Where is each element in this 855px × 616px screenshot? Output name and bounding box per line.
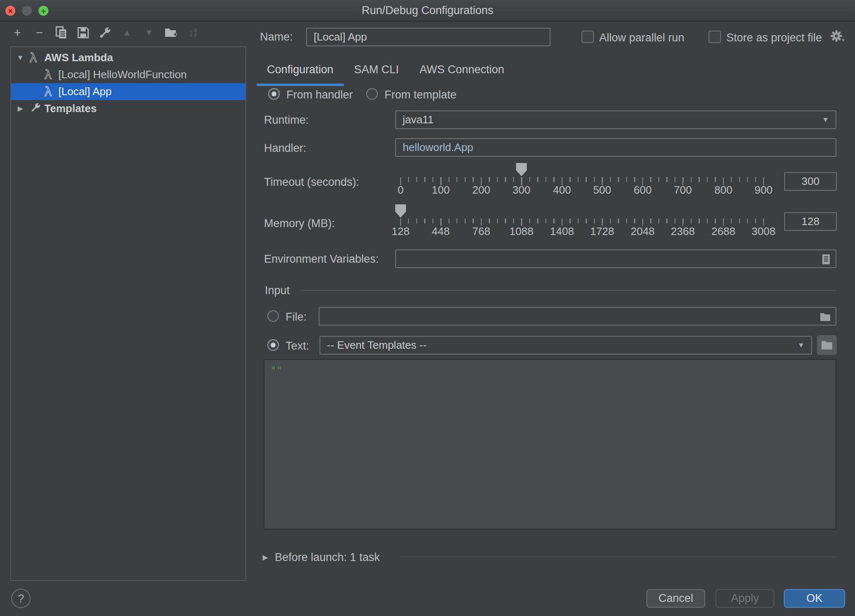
tick-label: 1408 xyxy=(550,225,574,238)
tick-label: 1728 xyxy=(590,225,614,238)
input-text-label[interactable]: Text: xyxy=(286,340,309,352)
before-launch-divider xyxy=(399,556,836,557)
window-title: Run/Debug Configurations xyxy=(362,4,493,17)
timeout-ticks xyxy=(400,177,765,186)
move-down-icon[interactable]: ▼ xyxy=(142,25,156,41)
timeout-value: 300 xyxy=(802,175,819,188)
help-button[interactable]: ? xyxy=(11,589,31,608)
memory-slider-thumb[interactable] xyxy=(395,204,406,218)
collapsed-arrow-icon[interactable]: ▶ xyxy=(16,104,25,113)
event-templates-dropdown[interactable]: -- Event Templates -- ▼ xyxy=(319,336,812,355)
browse-file-folder-icon[interactable] xyxy=(820,312,831,321)
timeout-slider[interactable]: 0 100 200 300 400 500 600 700 800 900 xyxy=(400,164,769,198)
aws-lambda-icon: λ xyxy=(29,51,37,64)
tree-item-aws-lambda[interactable]: ▼ λ AWS Lambda xyxy=(11,49,245,66)
close-window-button[interactable]: ✕ xyxy=(5,6,15,16)
tick-label: 1088 xyxy=(509,225,533,238)
environment-variables-input[interactable] xyxy=(395,249,836,268)
runtime-value: java11 xyxy=(403,113,434,126)
from-template-label[interactable]: From template xyxy=(384,89,456,101)
memory-value: 128 xyxy=(802,215,819,228)
tick-label: 448 xyxy=(432,225,449,238)
apply-button[interactable]: Apply xyxy=(716,589,774,608)
before-launch-section[interactable]: ▶ Before launch: 1 task xyxy=(261,551,380,564)
edit-templates-wrench-icon[interactable] xyxy=(98,25,112,41)
before-launch-label: Before launch: 1 task xyxy=(275,551,380,564)
tab-aws-connection[interactable]: AWS Connection xyxy=(409,58,515,86)
chevron-down-icon: ▼ xyxy=(797,341,805,350)
title-bar[interactable]: ✕ + Run/Debug Configurations xyxy=(0,0,855,22)
handler-input[interactable]: helloworld.App xyxy=(395,138,836,157)
tree-item-label: Templates xyxy=(44,102,97,115)
tick-label: 500 xyxy=(593,184,611,197)
handler-label: Handler: xyxy=(264,142,306,155)
tick-label: 200 xyxy=(472,184,490,197)
tree-item-label: [Local] App xyxy=(58,85,112,98)
add-configuration-icon[interactable]: + xyxy=(11,25,24,41)
tab-configuration[interactable]: Configuration xyxy=(257,58,344,86)
configurations-tree: ▼ λ AWS Lambda λ [Local] HelloWorldFunct… xyxy=(10,46,246,581)
input-file-path-input[interactable] xyxy=(319,307,836,326)
tick-label: 768 xyxy=(472,225,490,238)
from-handler-label[interactable]: From handler xyxy=(286,89,353,101)
gear-caret-icon: ▾ xyxy=(842,37,845,43)
tick-label: 2688 xyxy=(711,225,735,238)
input-file-label[interactable]: File: xyxy=(286,311,307,324)
timeout-slider-thumb[interactable] xyxy=(516,163,527,176)
sort-configurations-icon[interactable]: ↓ az xyxy=(186,25,199,41)
timeout-label: Timeout (seconds): xyxy=(264,176,359,189)
minimize-window-button[interactable] xyxy=(22,6,32,16)
event-text-editor[interactable]: "" xyxy=(264,359,836,530)
allow-parallel-run-checkbox[interactable] xyxy=(581,31,594,43)
allow-parallel-run-label[interactable]: Allow parallel run xyxy=(599,31,684,44)
configurations-toolbar: + − ▲ ▼ ↓ az xyxy=(11,25,199,41)
from-template-radio[interactable] xyxy=(366,88,378,100)
handler-value: helloworld.App xyxy=(403,141,473,154)
timeout-value-input[interactable]: 300 xyxy=(784,172,837,191)
tick-label: 800 xyxy=(714,184,732,197)
tree-item-helloworldfunction[interactable]: λ [Local] HelloWorldFunction xyxy=(11,66,245,83)
aws-lambda-icon: λ xyxy=(44,85,52,98)
run-debug-configurations-dialog: ✕ + Run/Debug Configurations + − ▲ ▼ ↓ a… xyxy=(0,0,855,616)
cancel-button[interactable]: Cancel xyxy=(646,589,705,608)
tree-item-local-app-selected[interactable]: λ [Local] App xyxy=(11,83,245,100)
help-question-mark: ? xyxy=(18,592,24,605)
runtime-dropdown[interactable]: java11 ▼ xyxy=(395,110,836,129)
edit-variables-icon[interactable] xyxy=(821,254,831,265)
tree-item-label: AWS Lambda xyxy=(44,51,113,64)
environment-variables-label: Environment Variables: xyxy=(264,253,379,266)
name-input[interactable]: [Local] App xyxy=(306,28,550,46)
tick-label: 100 xyxy=(432,184,449,197)
tick-label: 128 xyxy=(391,225,409,238)
tab-sam-cli[interactable]: SAM CLI xyxy=(344,58,409,86)
remove-configuration-icon[interactable]: − xyxy=(33,25,46,41)
folder-icon xyxy=(821,340,833,350)
open-template-file-button[interactable] xyxy=(817,335,837,355)
memory-slider[interactable]: 128 448 768 1088 1408 1728 2048 2368 268… xyxy=(400,205,769,239)
copy-configuration-icon[interactable] xyxy=(55,25,68,41)
move-up-icon[interactable]: ▲ xyxy=(120,25,134,41)
tick-label: 0 xyxy=(398,184,403,197)
input-file-radio[interactable] xyxy=(267,310,279,322)
input-text-radio[interactable] xyxy=(267,339,279,351)
save-configuration-icon[interactable] xyxy=(77,25,90,41)
tab-bar: Configuration SAM CLI AWS Connection xyxy=(257,58,514,86)
zoom-window-button[interactable]: + xyxy=(38,6,48,16)
tick-label: 2048 xyxy=(631,225,655,238)
new-folder-icon[interactable] xyxy=(164,25,178,41)
event-templates-value: -- Event Templates -- xyxy=(327,339,427,352)
memory-label: Memory (MB): xyxy=(264,217,335,230)
tick-label: 600 xyxy=(634,184,651,197)
expanded-arrow-icon[interactable]: ▼ xyxy=(16,54,25,62)
from-handler-radio[interactable] xyxy=(268,88,280,100)
ok-button[interactable]: OK xyxy=(784,589,845,608)
tree-item-templates[interactable]: ▶ Templates xyxy=(11,100,245,117)
store-options-gear-icon[interactable]: ▾ xyxy=(830,30,845,42)
store-as-project-file-checkbox[interactable] xyxy=(708,31,721,43)
store-as-project-file-label[interactable]: Store as project file xyxy=(726,31,822,44)
templates-wrench-icon xyxy=(29,102,41,117)
name-value: [Local] App xyxy=(314,31,367,43)
chevron-down-icon: ▼ xyxy=(822,116,829,124)
memory-value-input[interactable]: 128 xyxy=(784,212,837,231)
collapsed-arrow-icon[interactable]: ▶ xyxy=(261,553,270,562)
